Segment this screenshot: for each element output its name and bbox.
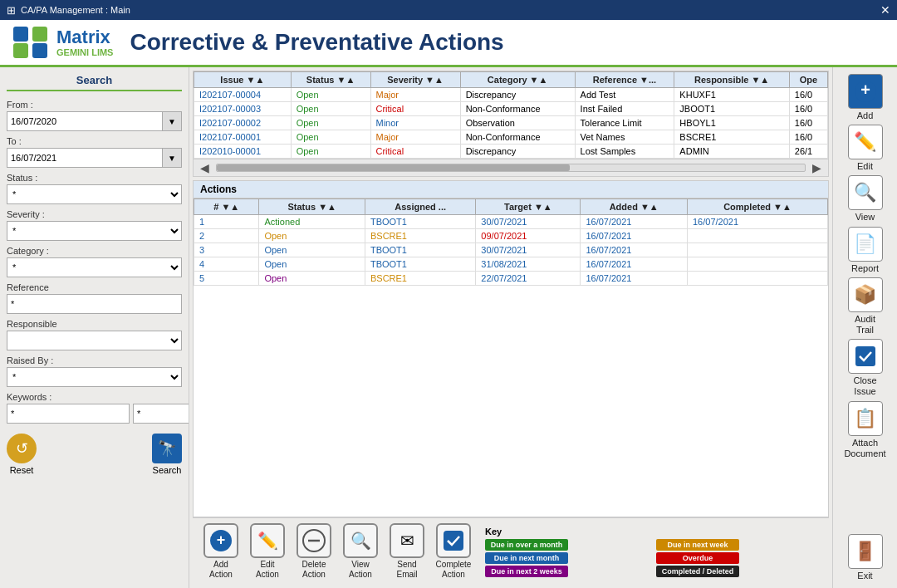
col-status[interactable]: Status ▼▲: [291, 72, 370, 88]
action-completed-cell: [688, 257, 828, 272]
exit-label: Exit: [857, 571, 872, 581]
raised-by-select[interactable]: *: [7, 367, 182, 387]
actions-col-assigned[interactable]: Assigned ...: [365, 199, 475, 215]
issue-cell[interactable]: I202010-00001: [194, 145, 292, 159]
status-cell: Open: [291, 116, 370, 130]
to-date-field[interactable]: [7, 148, 162, 168]
table-row[interactable]: I202107-00002 Open Minor Observation Tol…: [194, 116, 828, 130]
col-responsible[interactable]: Responsible ▼▲: [674, 72, 789, 88]
status-label: Status :: [7, 173, 182, 183]
from-label: From :: [7, 100, 182, 110]
edit-button[interactable]: ✏️ Edit: [837, 125, 894, 172]
key-grid: Due in over a monthDue in next weekDue i…: [485, 539, 822, 577]
actions-col-target[interactable]: Target ▼▲: [476, 199, 581, 215]
list-item[interactable]: 3 Open TBOOT1 30/07/2021 16/07/2021: [194, 243, 828, 257]
list-item[interactable]: 1 Actioned TBOOT1 30/07/2021 16/07/2021 …: [194, 215, 828, 229]
delete-action-label: DeleteAction: [302, 560, 326, 580]
scroll-bar[interactable]: [216, 164, 806, 172]
action-num-cell[interactable]: 2: [194, 229, 259, 243]
logo-sq-3: [13, 43, 28, 58]
key-swatch: Due in next week: [656, 539, 739, 551]
responsible-select[interactable]: [7, 331, 182, 350]
actions-col-completed[interactable]: Completed ▼▲: [688, 199, 828, 215]
scroll-thumb: [217, 164, 570, 171]
action-num-cell[interactable]: 4: [194, 257, 259, 272]
keywords-input-2[interactable]: [133, 404, 189, 424]
col-category[interactable]: Category ▼▲: [460, 72, 575, 88]
view-action-icon: 🔍: [343, 523, 378, 558]
actions-col-status[interactable]: Status ▼▲: [259, 199, 365, 215]
audit-trail-button[interactable]: 📦 AuditTrail: [837, 277, 894, 336]
reference-label: Reference: [7, 282, 182, 292]
actions-table-container[interactable]: # ▼▲ Status ▼▲ Assigned ... Target ▼▲ Ad…: [193, 198, 829, 517]
scroll-area[interactable]: ◀ ▶: [193, 159, 829, 177]
close-button[interactable]: ✕: [880, 3, 890, 17]
action-assigned-cell: BSCRE1: [365, 229, 475, 243]
severity-cell: Major: [370, 130, 460, 145]
severity-select[interactable]: *: [7, 221, 182, 241]
status-cell: Open: [291, 88, 370, 102]
edit-icon: ✏️: [848, 125, 883, 159]
table-row[interactable]: I202107-00004 Open Major Discrepancy Add…: [194, 88, 828, 102]
from-date-picker[interactable]: ▼: [162, 111, 182, 131]
list-item[interactable]: 2 Open BSCRE1 09/07/2021 16/07/2021: [194, 229, 828, 243]
add-button[interactable]: + Add: [837, 74, 894, 121]
view-action-button[interactable]: 🔍 ViewAction: [339, 523, 382, 580]
send-email-button[interactable]: ✉ SendEmail: [385, 523, 429, 580]
col-issue[interactable]: Issue ▼▲: [194, 72, 292, 88]
attach-document-button[interactable]: 📋 AttachDocument: [837, 401, 894, 459]
action-num-cell[interactable]: 1: [194, 215, 259, 229]
report-button[interactable]: 📄 Report: [837, 227, 894, 274]
reference-cell: Tolerance Limit: [575, 116, 674, 130]
key-item: Overdue: [656, 552, 822, 564]
reference-input[interactable]: [7, 294, 182, 314]
close-issue-button[interactable]: CloseIssue: [837, 339, 894, 397]
complete-action-button[interactable]: CompleteAction: [432, 523, 475, 580]
issue-cell[interactable]: I202107-00003: [194, 102, 292, 116]
list-item[interactable]: 5 Open BSCRE1 22/07/2021 16/07/2021: [194, 272, 828, 286]
key-item: Due in next week: [656, 539, 822, 551]
view-icon: 🔍: [848, 175, 883, 210]
content-area: Search From : ▼ To : ▼ Status : *: [0, 67, 897, 588]
view-button[interactable]: 🔍 View: [837, 175, 894, 223]
issue-cell[interactable]: I202107-00004: [194, 88, 292, 102]
list-item[interactable]: 4 Open TBOOT1 31/08/2021 16/07/2021: [194, 257, 828, 272]
to-date-input[interactable]: ▼: [7, 148, 182, 168]
search-button[interactable]: 🔭 Search: [152, 434, 182, 475]
from-date-field[interactable]: [7, 111, 162, 131]
action-completed-cell: [688, 272, 828, 286]
issue-cell[interactable]: I202107-00002: [194, 116, 292, 130]
action-assigned-cell: TBOOT1: [365, 215, 475, 229]
action-num-cell[interactable]: 5: [194, 272, 259, 286]
table-row[interactable]: I202107-00001 Open Major Non-Conformance…: [194, 130, 828, 145]
action-added-cell: 16/07/2021: [581, 272, 688, 286]
svg-text:+: +: [860, 81, 870, 99]
reset-label: Reset: [10, 465, 34, 475]
issue-cell[interactable]: I202107-00001: [194, 130, 292, 145]
col-reference[interactable]: Reference ▼...: [575, 72, 674, 88]
add-action-button[interactable]: + AddAction: [199, 523, 243, 580]
col-open[interactable]: Ope: [789, 72, 827, 88]
logo-gemini: GEMINI LIMS: [56, 47, 113, 57]
from-date-input[interactable]: ▼: [7, 111, 182, 131]
to-date-picker[interactable]: ▼: [162, 148, 182, 168]
edit-action-button[interactable]: ✏️ EditAction: [246, 523, 289, 580]
actions-col-num[interactable]: # ▼▲: [194, 199, 259, 215]
table-row[interactable]: I202107-00003 Open Critical Non-Conforma…: [194, 102, 828, 116]
actions-col-added[interactable]: Added ▼▲: [581, 199, 688, 215]
col-severity[interactable]: Severity ▼▲: [370, 72, 460, 88]
search-label: Search: [153, 465, 182, 475]
exit-button[interactable]: 🚪 Exit: [837, 534, 894, 581]
scroll-right[interactable]: ▶: [809, 161, 825, 174]
main-content: Issue ▼▲ Status ▼▲ Severity ▼▲ Category …: [189, 67, 832, 588]
status-select[interactable]: *: [7, 184, 182, 204]
table-row[interactable]: I202010-00001 Open Critical Discrepancy …: [194, 145, 828, 159]
action-num-cell[interactable]: 3: [194, 243, 259, 257]
scroll-left[interactable]: ◀: [197, 161, 213, 174]
responsible-cell: BSCRE1: [674, 130, 789, 145]
category-select[interactable]: *: [7, 257, 182, 277]
reset-button[interactable]: ↺ Reset: [7, 434, 37, 475]
issues-table-container[interactable]: Issue ▼▲ Status ▼▲ Severity ▼▲ Category …: [193, 71, 829, 159]
delete-action-button[interactable]: DeleteAction: [292, 523, 336, 580]
keywords-input-1[interactable]: [7, 404, 130, 424]
